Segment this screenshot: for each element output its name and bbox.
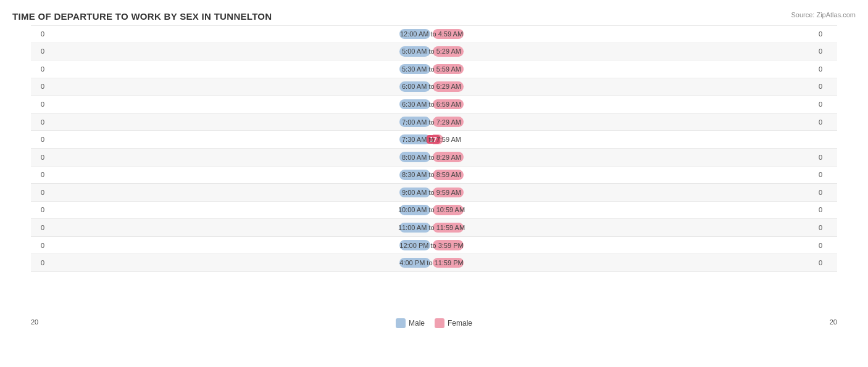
male-bar-stub [399, 117, 430, 127]
row-male-value: 0 [31, 171, 48, 178]
male-bar-stub [399, 223, 430, 233]
row-male-value: 0 [31, 30, 48, 38]
row-male-value: 0 [31, 189, 48, 196]
male-bar-stub [399, 134, 430, 145]
chart-legend: Male Female [396, 318, 472, 328]
male-bar-stub [399, 240, 430, 250]
row-male-value: 0 [31, 101, 48, 108]
male-bar-stub [399, 152, 430, 162]
row-female-value: 0 [815, 65, 837, 73]
row-male-value: 0 [31, 83, 48, 90]
chart-row: 06:00 AM to 6:29 AM0 [31, 78, 837, 96]
row-bars: 6:30 AM to 6:59 AM [48, 96, 815, 113]
male-bar-stub [399, 258, 430, 268]
female-bar-stub: 17 [433, 134, 452, 145]
legend-male-label: Male [409, 319, 425, 328]
row-bars: 4:00 PM to 11:59 PM [48, 254, 815, 271]
female-bar-stub [433, 188, 464, 198]
source-label: Source: ZipAtlas.com [791, 11, 856, 19]
chart-area: 012:00 AM to 4:59 AM005:00 AM to 5:29 AM… [12, 25, 856, 332]
row-female-value: 0 [815, 101, 837, 108]
female-bar-stub [433, 152, 464, 162]
male-bar-stub [399, 81, 430, 92]
chart-row: 08:30 AM to 8:59 AM0 [31, 167, 837, 184]
chart-row: 06:30 AM to 6:59 AM0 [31, 96, 837, 113]
female-swatch [435, 318, 444, 328]
male-bar-stub [399, 64, 430, 75]
female-bar-stub [433, 223, 464, 233]
row-male-value: 0 [31, 65, 48, 73]
rows-container: 012:00 AM to 4:59 AM005:00 AM to 5:29 AM… [31, 25, 837, 307]
male-bar-stub [399, 99, 430, 110]
female-bar-stub [433, 205, 464, 215]
chart-row: 05:00 AM to 5:29 AM0 [31, 43, 837, 61]
row-bars: 10:00 AM to 10:59 AM [48, 202, 815, 219]
row-female-value: 0 [815, 242, 837, 249]
male-bar-stub [399, 188, 430, 198]
chart-row: 011:00 AM to 11:59 AM0 [31, 219, 837, 237]
row-female-value: 0 [815, 30, 837, 38]
row-male-value: 0 [31, 154, 48, 161]
axis-left: 20 [31, 318, 38, 326]
row-bars: 12:00 AM to 4:59 AM [48, 26, 815, 43]
female-bar-stub [433, 240, 464, 250]
chart-row: 07:30 AM to 7:59 AM17 [31, 131, 837, 149]
chart-row: 04:00 PM to 11:59 PM0 [31, 254, 837, 272]
chart-row: 09:00 AM to 9:59 AM0 [31, 184, 837, 202]
row-bars: 8:00 AM to 8:29 AM [48, 149, 815, 166]
row-female-value: 0 [815, 83, 837, 90]
row-bars: 6:00 AM to 6:29 AM [48, 78, 815, 96]
female-bar-stub [433, 29, 464, 39]
row-female-value: 0 [815, 206, 837, 213]
row-bars: 9:00 AM to 9:59 AM [48, 184, 815, 201]
legend-male: Male [396, 318, 425, 328]
row-male-value: 0 [31, 259, 48, 266]
chart-title: TIME OF DEPARTURE TO WORK BY SEX IN TUNN… [12, 11, 856, 22]
row-female-value: 0 [815, 47, 837, 55]
chart-row: 012:00 AM to 4:59 AM0 [31, 25, 837, 43]
male-bar-stub [399, 205, 430, 215]
row-female-value: 0 [815, 259, 837, 266]
row-female-value: 0 [815, 118, 837, 126]
row-male-value: 0 [31, 47, 48, 55]
legend-female: Female [435, 318, 472, 328]
female-bar-stub [433, 99, 464, 110]
female-bar-stub [433, 117, 464, 127]
chart-row: 05:30 AM to 5:59 AM0 [31, 60, 837, 78]
row-bars: 5:00 AM to 5:29 AM [48, 43, 815, 60]
row-female-value: 0 [815, 171, 837, 178]
male-bar-stub [399, 29, 430, 39]
female-bar-stub [433, 258, 464, 268]
chart-row: 07:00 AM to 7:29 AM0 [31, 113, 837, 131]
row-male-value: 0 [31, 206, 48, 213]
male-swatch [396, 318, 406, 328]
female-bar-stub [433, 46, 464, 57]
row-female-value: 0 [815, 189, 837, 196]
female-bar-stub [433, 170, 464, 180]
row-male-value: 0 [31, 118, 48, 126]
female-bar: 17 [433, 134, 443, 145]
row-male-value: 0 [31, 224, 48, 231]
row-bars: 12:00 PM to 3:59 PM [48, 237, 815, 254]
female-bar-stub [433, 64, 464, 75]
female-bar-stub [433, 81, 464, 92]
row-bars: 11:00 AM to 11:59 AM [48, 219, 815, 236]
row-female-value: 0 [815, 154, 837, 161]
row-female-value: 0 [815, 224, 837, 231]
row-male-value: 0 [31, 136, 48, 143]
legend-female-label: Female [448, 319, 472, 328]
axis-right: 20 [830, 318, 837, 326]
row-bars: 7:00 AM to 7:29 AM [48, 113, 815, 131]
male-bar-stub [399, 170, 430, 180]
row-male-value: 0 [31, 242, 48, 249]
chart-container: TIME OF DEPARTURE TO WORK BY SEX IN TUNN… [0, 0, 868, 367]
chart-row: 08:00 AM to 8:29 AM0 [31, 149, 837, 167]
row-bars: 8:30 AM to 8:59 AM [48, 167, 815, 184]
chart-row: 010:00 AM to 10:59 AM0 [31, 202, 837, 220]
female-bar-value: 17 [427, 135, 440, 144]
male-bar-stub [399, 46, 430, 57]
row-bars: 5:30 AM to 5:59 AM [48, 60, 815, 78]
row-bars: 7:30 AM to 7:59 AM17 [48, 131, 815, 148]
chart-row: 012:00 PM to 3:59 PM0 [31, 237, 837, 255]
